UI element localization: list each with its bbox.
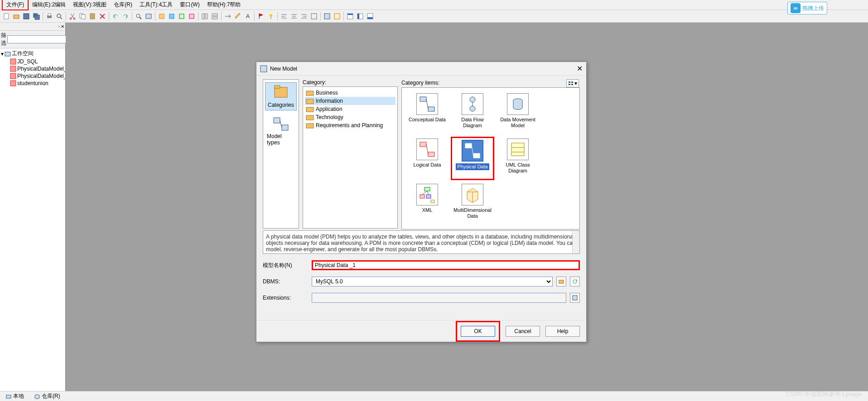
tb-align2-icon[interactable] [289, 12, 299, 21]
dbms-refresh-button[interactable] [570, 277, 580, 286]
dbms-select[interactable]: MySQL 5.0 [312, 277, 553, 286]
svg-rect-51 [260, 66, 267, 72]
tb-zoom2-icon[interactable] [333, 12, 342, 21]
menu-edit[interactable]: 编辑(E):2编辑 [29, 0, 69, 10]
item-multidim[interactable]: MultiDimensional Data [451, 182, 494, 225]
category-information[interactable]: Information [305, 97, 395, 105]
category-technology[interactable]: Technology [305, 113, 395, 121]
help-button[interactable]: Help [545, 326, 580, 337]
tb-new-icon[interactable] [2, 12, 11, 21]
tb-align4-icon[interactable] [309, 12, 318, 21]
category-label-text: Technology [316, 114, 343, 120]
svg-rect-83 [420, 195, 424, 198]
tb-copy-icon[interactable] [78, 12, 87, 21]
tree-item[interactable]: JD_SQL [1, 58, 64, 65]
tb-cut-icon[interactable] [68, 12, 77, 21]
item-physical-data[interactable]: Physical Data [451, 137, 494, 180]
category-application[interactable]: Application [305, 105, 395, 113]
nav-categories[interactable]: Categories [265, 82, 297, 110]
menu-tools[interactable]: 工具(T):4工具 [136, 0, 176, 10]
category-requirements[interactable]: Requirements and Planning [305, 121, 395, 129]
ok-button[interactable]: OK [461, 326, 495, 337]
category-column: Category: Business Information Applicati… [303, 79, 398, 229]
extensions-button[interactable] [570, 293, 580, 303]
item-uml-class[interactable]: UML Class Diagram [496, 137, 540, 180]
item-conceptual-data[interactable]: Conceptual Data [405, 91, 449, 135]
tb-layout2-icon[interactable] [210, 12, 219, 21]
menu-view[interactable]: 视图(V):3视图 [69, 0, 110, 10]
tb-window2-icon[interactable] [356, 12, 365, 21]
expand-icon[interactable]: ▾ [1, 51, 4, 57]
svg-point-69 [470, 97, 475, 102]
scrollbar[interactable] [572, 231, 579, 253]
repo-icon [34, 393, 40, 400]
tb-layout1-icon[interactable] [200, 12, 209, 21]
menu-file[interactable]: 文件(F) [2, 0, 29, 10]
nav-model-types[interactable]: Model types [265, 114, 297, 148]
extensions-input[interactable] [312, 293, 566, 303]
tb-props-icon[interactable] [144, 12, 153, 21]
tree-item[interactable]: PhysicalDataModel_1 [1, 72, 64, 80]
category-label-text: Information [316, 98, 343, 104]
model-name-input[interactable] [312, 260, 580, 270]
tb-undo-icon[interactable] [111, 12, 120, 21]
tb-misc4-icon[interactable] [187, 12, 196, 21]
tb-save-icon[interactable] [22, 12, 31, 21]
item-logical-data[interactable]: Logical Data [405, 137, 449, 180]
menubar: 文件(F) 编辑(E):2编辑 视图(V):3视图 仓库(R) 工具(T):4工… [0, 0, 868, 10]
tb-pencil-icon[interactable] [233, 12, 242, 21]
tb-misc1-icon[interactable] [157, 12, 166, 21]
tb-pin-icon[interactable] [266, 12, 275, 21]
workspace: New Model ✕ Categories Model types [66, 23, 868, 391]
tb-align1-icon[interactable] [280, 12, 289, 21]
dbms-browse-button[interactable] [556, 277, 566, 286]
svg-rect-79 [511, 143, 524, 156]
tb-redo-icon[interactable] [121, 12, 130, 21]
menu-help[interactable]: 帮助(H):7帮助 [203, 0, 245, 10]
tb-flag-icon[interactable] [256, 12, 265, 21]
tb-misc3-icon[interactable] [177, 12, 186, 21]
item-label: Conceptual Data [409, 117, 446, 123]
tree-item[interactable]: studentunion [1, 80, 64, 87]
svg-rect-57 [306, 91, 313, 95]
status-tab-local[interactable]: 本地 [3, 391, 27, 401]
data-flow-icon [462, 93, 483, 115]
item-data-movement[interactable]: Data Movement Model [496, 91, 540, 135]
status-tab-repo[interactable]: 仓库(R) [31, 391, 63, 401]
svg-rect-76 [465, 143, 472, 148]
tb-window1-icon[interactable] [346, 12, 355, 21]
tb-zoom1-icon[interactable] [323, 12, 332, 21]
item-data-flow[interactable]: Data Flow Diagram [451, 91, 494, 135]
tb-preview-icon[interactable] [55, 12, 64, 21]
sidebar-pin-icon[interactable]: ▫ [58, 24, 60, 29]
tb-find-icon[interactable] [134, 12, 143, 21]
menu-repo[interactable]: 仓库(R) [110, 0, 136, 10]
toolbar-separator [198, 12, 198, 21]
tb-saveall-icon[interactable] [32, 12, 41, 21]
tb-open-icon[interactable] [12, 12, 21, 21]
tree-root[interactable]: ▾ 工作空间 [1, 49, 64, 58]
close-icon[interactable]: ✕ [577, 64, 583, 73]
tb-window3-icon[interactable] [366, 12, 375, 21]
ok-button-highlight: OK [456, 321, 500, 342]
tb-paste-icon[interactable] [88, 12, 97, 21]
menu-window[interactable]: 窗口(W) [176, 0, 203, 10]
tree-item[interactable]: PhysicalDataModel_1 [1, 65, 64, 72]
category-business[interactable]: Business [305, 89, 395, 97]
upload-widget[interactable]: ∞ 拖拽上传 [787, 2, 827, 14]
tb-align3-icon[interactable] [299, 12, 309, 21]
tb-delete-icon[interactable] [98, 12, 107, 21]
view-mode-button[interactable]: ▾ [566, 79, 579, 87]
tb-misc2-icon[interactable] [167, 12, 176, 21]
item-label: Physical Data [456, 163, 489, 170]
cancel-button[interactable]: Cancel [506, 326, 540, 337]
tb-text-icon[interactable]: A [243, 12, 252, 21]
tb-print-icon[interactable] [45, 12, 54, 21]
status-local-label: 本地 [13, 392, 24, 400]
item-xml[interactable]: XML [405, 182, 449, 225]
svg-rect-39 [334, 14, 340, 19]
tb-arrow-icon[interactable] [223, 12, 232, 21]
toolbar-separator [277, 12, 278, 21]
sidebar-close-icon[interactable]: ✕ [61, 24, 64, 29]
local-icon [5, 393, 12, 400]
